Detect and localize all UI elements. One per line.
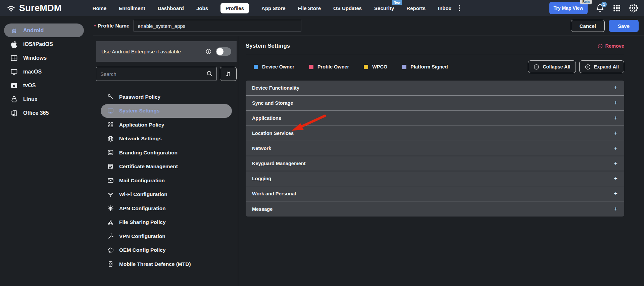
share-icon [107, 219, 114, 226]
policy-label: VPN Configuration [119, 233, 165, 239]
apps-grid-icon[interactable] [612, 4, 621, 12]
accordion-section[interactable]: Applications [246, 111, 624, 126]
profile-name-input[interactable] [134, 20, 301, 32]
nav-item[interactable]: Home [93, 3, 107, 13]
phone-shield-icon [107, 260, 114, 268]
search-icon[interactable] [206, 70, 213, 77]
search-input[interactable] [96, 67, 217, 81]
platform-label: Office 365 [23, 110, 49, 116]
content-area: Android iOS/iPadOS Windows macOS [0, 16, 644, 286]
policy-label: Certificate Management [119, 163, 178, 170]
policy-item[interactable]: Wi-Fi Configuration [101, 188, 232, 202]
panels-container: Use Android Enterprise if available [93, 36, 644, 286]
expand-plus-icon[interactable] [614, 191, 617, 197]
mail-icon [107, 177, 114, 184]
vpn-icon [107, 233, 114, 240]
policy-item[interactable]: OEM Config Policy [101, 243, 232, 257]
platform-item[interactable]: tvOS [4, 79, 84, 92]
policy-label: File Sharing Policy [119, 219, 166, 225]
beta-badge: Beta [580, 0, 592, 4]
expand-plus-icon[interactable] [614, 176, 617, 182]
policy-item[interactable]: Branding Configuration [101, 146, 232, 160]
legend-row: Device Owner Profile Owner W [246, 60, 624, 73]
policy-item[interactable]: VPN Configuration [101, 229, 232, 243]
expand-plus-icon[interactable] [614, 145, 617, 151]
policy-item[interactable]: Password Policy [101, 90, 232, 104]
policy-label: OEM Config Policy [119, 247, 166, 253]
collapse-expand-buttons: Collapse All Expand All [528, 60, 624, 73]
notifications-bell-icon[interactable]: 1 [596, 4, 604, 12]
nav-item[interactable]: Dashboard [158, 3, 184, 13]
policy-item[interactable]: System Settings [101, 104, 232, 118]
platform-item[interactable]: Android [4, 23, 84, 37]
accordion-section[interactable]: Keyguard Management [246, 156, 624, 171]
expand-plus-icon[interactable] [614, 130, 617, 136]
try-map-view-button[interactable]: Try Map ViewBeta [549, 2, 588, 14]
tv-icon [10, 82, 18, 90]
policy-item[interactable]: Network Settings [101, 132, 232, 146]
circle-plus-icon [585, 64, 591, 70]
platform-item[interactable]: iOS/iPadOS [4, 37, 84, 51]
main-nav: Home Enrollment Dashboard Jobs Profiles … [93, 3, 451, 13]
collapse-all-button[interactable]: Collapse All [528, 60, 576, 73]
platform-label: Linux [23, 96, 38, 102]
sort-button[interactable] [220, 67, 237, 81]
section-label: Work and Personal [252, 191, 296, 196]
policy-item[interactable]: Certificate Management [101, 160, 232, 174]
save-button[interactable]: Save [609, 20, 639, 32]
nav-item[interactable]: SecurityNew [374, 3, 394, 13]
nav-item[interactable]: App Store [261, 3, 286, 13]
policy-item[interactable]: Application Policy [101, 118, 232, 132]
expand-plus-icon[interactable] [614, 160, 617, 166]
section-label: Keyguard Management [252, 161, 306, 166]
remove-button[interactable]: Remove [597, 43, 624, 49]
expand-plus-icon[interactable] [614, 85, 617, 91]
gear-icon[interactable] [629, 4, 638, 12]
nav-item[interactable]: Profiles [220, 3, 249, 13]
key-icon [107, 93, 114, 100]
platform-item[interactable]: Linux [4, 92, 84, 106]
certificate-icon [107, 163, 114, 170]
accordion-section[interactable]: Device Functionality [246, 81, 624, 96]
accordion-section[interactable]: Message [246, 201, 624, 217]
policy-item[interactable]: Mobile Threat Defence (MTD) [101, 257, 232, 271]
accordion-section[interactable]: Sync and Storage [246, 96, 624, 111]
platform-item[interactable]: Windows [4, 51, 84, 65]
expand-plus-icon[interactable] [614, 206, 617, 212]
nav-item[interactable]: OS Updates [333, 3, 362, 13]
accordion-section[interactable]: Location Services [246, 126, 624, 141]
suremdm-logo[interactable]: SureMDM [6, 3, 62, 13]
platform-item[interactable]: macOS [4, 65, 84, 79]
nav-item[interactable]: Inbox [438, 3, 451, 13]
android-enterprise-toggle[interactable] [216, 47, 231, 56]
notification-count-badge: 1 [601, 2, 607, 7]
info-icon[interactable] [205, 48, 212, 55]
monitor-icon [10, 68, 18, 76]
accordion-section[interactable]: Work and Personal [246, 186, 624, 201]
more-menu-icon[interactable] [455, 4, 463, 12]
policy-list: Password Policy System Settings Applicat… [96, 90, 237, 271]
nav-item[interactable]: Reports [406, 3, 426, 13]
system-settings-panel: System Settings Remove [238, 36, 644, 286]
expand-all-button[interactable]: Expand All [579, 60, 624, 73]
accordion-section[interactable]: Network [246, 141, 624, 156]
policy-item[interactable]: File Sharing Policy [101, 216, 232, 230]
platform-item[interactable]: Office 365 [4, 106, 84, 120]
apn-gear-icon [107, 205, 114, 212]
policy-item[interactable]: Mail Configuration [101, 174, 232, 188]
nav-item[interactable]: Enrollment [119, 3, 145, 13]
section-label: Device Functionality [252, 85, 299, 91]
nav-item[interactable]: File Store [298, 3, 321, 13]
nav-item[interactable]: Jobs [196, 3, 208, 13]
policy-item[interactable]: APN Configuration [101, 201, 232, 216]
legend-swatch [364, 65, 368, 69]
windows-icon [10, 54, 18, 62]
platform-sidebar: Android iOS/iPadOS Windows macOS [0, 16, 93, 286]
apps-icon [107, 121, 114, 128]
expand-plus-icon[interactable] [614, 100, 617, 106]
accordion-section[interactable]: Logging [246, 171, 624, 186]
expand-plus-icon[interactable] [614, 115, 617, 121]
linux-icon [10, 95, 18, 103]
circle-minus-icon [533, 64, 540, 70]
cancel-button[interactable]: Cancel [571, 20, 605, 32]
